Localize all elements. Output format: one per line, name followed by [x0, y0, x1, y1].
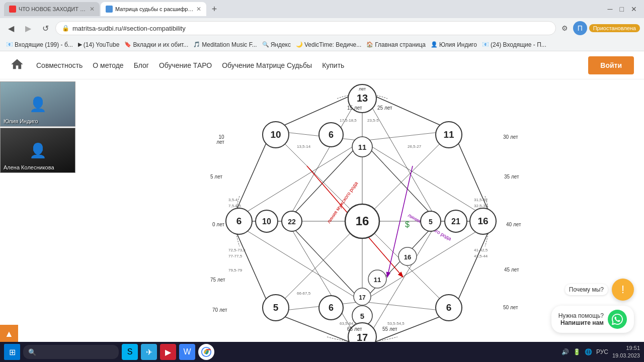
bookmark-3[interactable]: 🔖Вкладки и их обит...	[124, 41, 188, 48]
new-tab-button[interactable]: +	[207, 2, 221, 16]
svg-text:10: 10	[262, 217, 271, 226]
taskbar-tray: 🔊 🔋 🌐 РУС 19:51 19.03.2023	[561, 344, 640, 360]
top-nav: Совместность О методе Блог Обучение ТАРО…	[0, 51, 644, 79]
why-us-label: Почему мы?	[565, 284, 608, 295]
back-button[interactable]: ◀	[4, 21, 18, 35]
whatsapp-icon[interactable]	[608, 310, 627, 329]
nav-link-taro[interactable]: Обучение ТАРО	[159, 61, 212, 69]
taskbar-lang: РУС	[596, 348, 608, 355]
why-us-button[interactable]: Почему мы? !	[565, 279, 634, 301]
tab2-close[interactable]: ✕	[196, 6, 201, 13]
extensions-button[interactable]: ⚙	[559, 22, 571, 34]
browser-chrome: ЧТО НОВОЕ ЗАХОДИТ В МОК... ✕ Матрица суд…	[0, 0, 644, 51]
reload-button[interactable]: ↺	[38, 21, 52, 35]
svg-text:5: 5	[429, 218, 433, 226]
address-bar[interactable]: 🔒 matritsa-sudbi.ru/#section-compatibili…	[55, 21, 556, 35]
svg-text:77-77,5: 77-77,5	[228, 254, 243, 258]
taskbar-chrome[interactable]	[198, 344, 214, 360]
login-button[interactable]: Войти	[588, 56, 634, 74]
tab-inactive[interactable]: ЧТО НОВОЕ ЗАХОДИТ В МОК... ✕	[4, 2, 100, 16]
chat-widget: Почему мы? ! Нужна помощь? Напишите нам	[551, 279, 634, 333]
svg-text:лет: лет	[216, 139, 224, 145]
svg-text:31,5-32: 31,5-32	[474, 198, 488, 202]
home-icon[interactable]	[10, 57, 26, 73]
bookmark-9[interactable]: 📧(24) Входящие - П...	[482, 41, 546, 48]
taskbar-app5[interactable]: W	[179, 344, 195, 360]
svg-text:23,5-5: 23,5-5	[367, 118, 379, 123]
maximize-button[interactable]: □	[617, 5, 627, 13]
video-2-label: Алена Колесникова	[4, 164, 54, 170]
svg-text:35 лет: 35 лет	[504, 174, 519, 179]
svg-text:70 лет: 70 лет	[212, 307, 227, 313]
nav-link-matrix[interactable]: Обучение Матрице Судьбы	[222, 61, 312, 69]
svg-text:30 лет: 30 лет	[503, 134, 518, 140]
taskbar-telegram[interactable]: ✈	[141, 344, 157, 360]
svg-text:63,5-64,5: 63,5-64,5	[340, 321, 357, 326]
bookmark-7[interactable]: 🏠Главная страница	[366, 41, 426, 48]
svg-text:16: 16	[477, 216, 488, 226]
bookmark-8[interactable]: 👤Юлия Индиго	[431, 41, 477, 48]
svg-text:41-42,5: 41-42,5	[474, 248, 488, 252]
taskbar-skype[interactable]: S	[122, 344, 138, 360]
nav-link-blog[interactable]: Блог	[134, 61, 149, 69]
start-button[interactable]: ⊞	[4, 344, 20, 360]
svg-text:65 лет: 65 лет	[347, 326, 362, 332]
taskbar-app4[interactable]: ▶	[160, 344, 176, 360]
tab-active[interactable]: Матрица судьбы с расшифро... ✕	[101, 2, 206, 16]
svg-text:6: 6	[329, 130, 334, 140]
search-icon: 🔍	[28, 348, 36, 356]
svg-text:15 лет: 15 лет	[347, 105, 362, 111]
tab1-close[interactable]: ✕	[90, 6, 95, 13]
taskbar-time: 19:51	[612, 344, 640, 352]
why-us-icon[interactable]: !	[612, 279, 634, 301]
bookmark-6[interactable]: 🌙VedicTime: Ведиче...	[296, 41, 361, 48]
svg-line-6	[362, 90, 438, 221]
svg-text:3,5-4: 3,5-4	[228, 198, 238, 202]
wa-subtitle: Напишите нам	[558, 319, 604, 326]
bookmark-1[interactable]: 📧Входящие (199) - б...	[6, 41, 73, 48]
nav-link-method[interactable]: О методе	[93, 61, 123, 69]
svg-text:6: 6	[446, 302, 452, 313]
taskbar-search[interactable]: 🔍	[23, 345, 119, 359]
whatsapp-text: Нужна помощь? Напишите нам	[558, 312, 604, 326]
svg-text:26,5-27: 26,5-27	[408, 144, 422, 149]
svg-text:5: 5	[360, 312, 364, 320]
scroll-top-button[interactable]: ▲	[0, 325, 18, 343]
taskbar-sound-icon: 🔋	[573, 348, 581, 355]
svg-text:лет: лет	[359, 86, 366, 92]
whatsapp-button[interactable]: Нужна помощь? Напишите нам	[551, 306, 634, 333]
video-overlay-2: 👤 Алена Колесникова	[0, 128, 75, 173]
svg-text:17: 17	[359, 294, 366, 301]
svg-text:5 лет: 5 лет	[210, 174, 222, 179]
nav-links: Совместность О методе Блог Обучение ТАРО…	[36, 61, 588, 69]
bookmark-5[interactable]: 🔍Яндекс	[262, 41, 291, 48]
paused-button[interactable]: Приостановлена	[589, 24, 640, 32]
svg-text:17,5-18,5: 17,5-18,5	[340, 118, 357, 123]
tab1-label: ЧТО НОВОЕ ЗАХОДИТ В МОК...	[19, 6, 87, 12]
svg-line-10	[231, 141, 362, 221]
bookmark-2[interactable]: ▶(14) YouTube	[78, 41, 120, 48]
bookmark-4[interactable]: 🎵Meditation Music F...	[193, 41, 257, 48]
nav-link-sovmestnost[interactable]: Совместность	[36, 61, 83, 69]
svg-text:0 лет: 0 лет	[212, 222, 224, 227]
svg-text:21: 21	[451, 217, 460, 226]
taskbar: ⊞ 🔍 S ✈ ▶ W 🔊 🔋 🌐 РУС 19:51 19.03.2023	[0, 342, 644, 362]
address-bar-row: ◀ ▶ ↺ 🔒 matritsa-sudbi.ru/#section-compa…	[0, 18, 644, 38]
svg-line-12	[362, 141, 493, 221]
svg-text:50 лет: 50 лет	[503, 305, 518, 310]
svg-text:6: 6	[329, 303, 334, 313]
tab2-label: Матрица судьбы с расшифро...	[115, 6, 194, 12]
svg-text:75 лет: 75 лет	[210, 277, 225, 283]
url-text: matritsa-sudbi.ru/#section-compatibility	[72, 25, 186, 32]
wa-title: Нужна помощь?	[558, 312, 604, 319]
close-window-button[interactable]: ✕	[628, 5, 640, 13]
nav-link-buy[interactable]: Купить	[322, 61, 344, 69]
matrix-diagram: линия мужского рода линия женского рода …	[191, 80, 533, 342]
svg-text:55 лет: 55 лет	[382, 326, 397, 332]
svg-text:40 лет: 40 лет	[506, 222, 521, 227]
profile-button[interactable]: П	[573, 21, 587, 35]
minimize-button[interactable]: ─	[605, 5, 616, 13]
svg-text:11: 11	[374, 276, 381, 284]
forward-button[interactable]: ▶	[21, 21, 35, 35]
svg-text:11: 11	[443, 129, 454, 140]
